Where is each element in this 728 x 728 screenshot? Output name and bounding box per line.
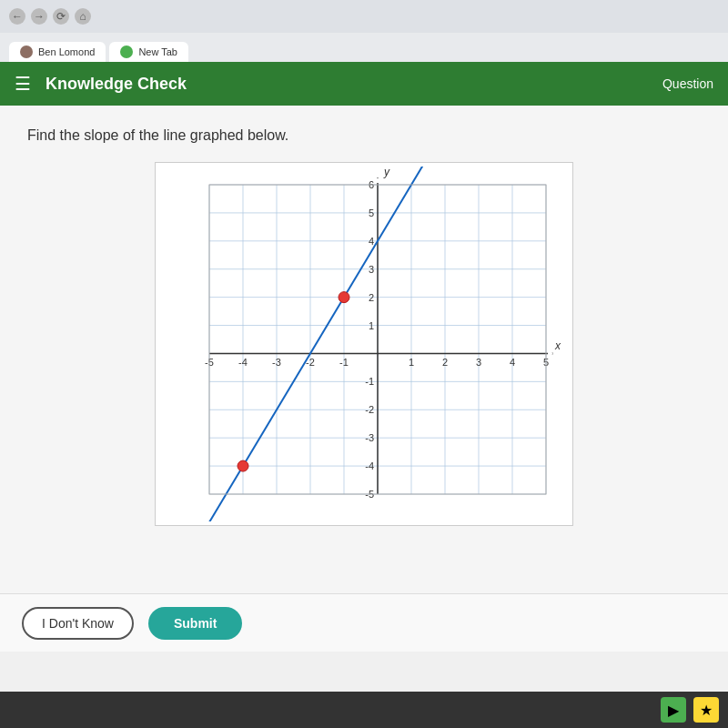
graph-canvas bbox=[164, 167, 564, 521]
tab-new-tab[interactable]: New Tab bbox=[109, 42, 188, 62]
taskbar-icon-green[interactable]: ▶ bbox=[661, 697, 686, 723]
main-content: Find the slope of the line graphed below… bbox=[0, 106, 728, 652]
forward-button[interactable]: → bbox=[31, 8, 47, 25]
submit-button[interactable]: Submit bbox=[148, 607, 242, 640]
hamburger-icon[interactable]: ☰ bbox=[15, 73, 31, 95]
bottom-action-bar: I Don't Know Submit bbox=[0, 593, 728, 652]
question-label: Question bbox=[662, 76, 713, 91]
tab-favicon-ben-lomond bbox=[20, 46, 33, 58]
reload-button[interactable]: ⟳ bbox=[53, 8, 69, 25]
header-title: Knowledge Check bbox=[46, 75, 187, 94]
browser-controls: ← → ⟳ ⌂ bbox=[9, 8, 91, 25]
tab-label-new-tab: New Tab bbox=[138, 46, 177, 57]
taskbar: ▶ ★ bbox=[0, 692, 728, 728]
taskbar-icon-yellow[interactable]: ★ bbox=[693, 697, 719, 723]
back-button[interactable]: ← bbox=[9, 8, 25, 25]
dont-know-button[interactable]: I Don't Know bbox=[22, 607, 134, 640]
tab-bar: Ben Lomond New Tab bbox=[0, 33, 728, 62]
home-button[interactable]: ⌂ bbox=[75, 8, 91, 25]
browser-bar: ← → ⟳ ⌂ bbox=[0, 0, 728, 33]
tab-label-ben-lomond: Ben Lomond bbox=[38, 46, 95, 57]
question-text: Find the slope of the line graphed below… bbox=[27, 127, 701, 144]
graph-container bbox=[155, 162, 573, 526]
tab-ben-lomond[interactable]: Ben Lomond bbox=[9, 42, 106, 62]
tab-favicon-new-tab bbox=[120, 46, 133, 58]
app-header: ☰ Knowledge Check Question bbox=[0, 62, 728, 106]
